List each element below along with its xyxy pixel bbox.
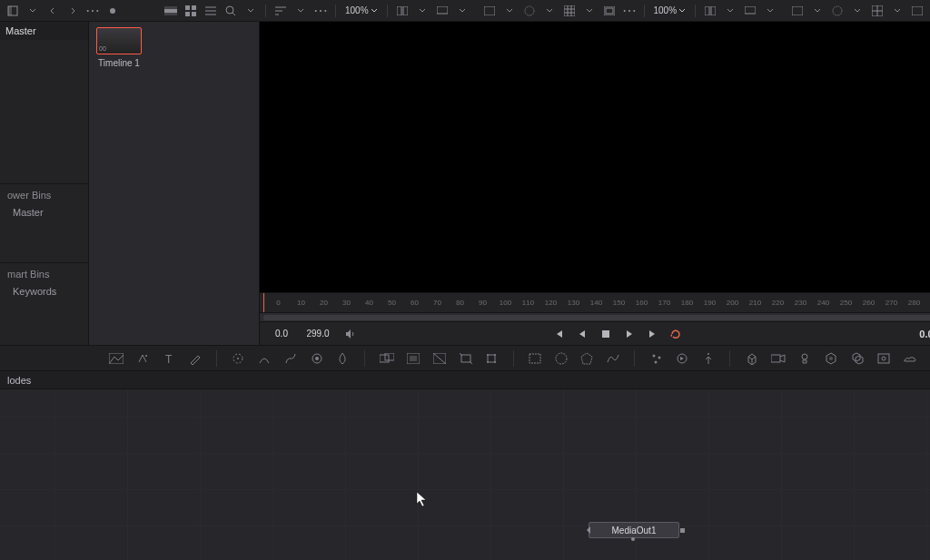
zoom-right[interactable]: 100% [650, 5, 690, 15]
grid-view-icon[interactable] [182, 2, 200, 20]
svg-point-58 [556, 353, 567, 364]
nav-back-icon[interactable] [44, 2, 62, 20]
svg-rect-7 [185, 12, 190, 16]
more-icon[interactable]: ⋯ [620, 2, 638, 20]
list-view-icon[interactable] [202, 2, 220, 20]
split-icon[interactable] [701, 2, 719, 20]
merge3d-tool-icon[interactable] [851, 349, 865, 368]
zoom-left[interactable]: 100% [341, 5, 381, 15]
ellipsis-icon[interactable]: ⋯ [84, 2, 102, 20]
chevron-down-icon[interactable] [808, 2, 826, 20]
overlay-icon[interactable] [788, 2, 806, 20]
playhead-icon[interactable] [263, 293, 264, 312]
paint-tool-icon[interactable] [189, 349, 203, 368]
in-timecode[interactable]: 0.0 [269, 329, 294, 339]
chevron-down-icon[interactable] [721, 2, 739, 20]
camera3d-tool-icon[interactable] [771, 349, 786, 368]
background-tool-icon[interactable] [109, 349, 124, 368]
transform-tool-icon[interactable] [485, 349, 499, 368]
resize-tool-icon[interactable] [459, 349, 472, 368]
fastnoise-tool-icon[interactable] [136, 349, 150, 368]
particles-tool-icon[interactable] [649, 349, 663, 368]
hue-tool-icon[interactable] [310, 349, 323, 368]
ruler-tick: 110 [517, 299, 539, 307]
svg-point-56 [494, 361, 496, 363]
bspline-mask-icon[interactable] [607, 349, 620, 368]
search-icon[interactable] [222, 2, 240, 20]
speaker-icon[interactable] [341, 325, 360, 343]
current-timecode[interactable]: 0.0 [914, 329, 930, 339]
mouse-cursor-icon [416, 491, 429, 507]
fog-tool-icon[interactable] [903, 349, 917, 368]
pemitter-tool-icon[interactable] [702, 349, 716, 368]
sidebar-item-master[interactable]: Master [0, 204, 88, 221]
svg-point-65 [802, 354, 807, 359]
grid-overlay-icon[interactable] [560, 2, 579, 20]
safe-area-icon[interactable] [600, 2, 618, 20]
more-icon[interactable]: ⋯ [312, 2, 330, 20]
media-pool[interactable]: 00 Timeline 1 [89, 22, 260, 345]
sidebar-header-master[interactable]: Master [0, 22, 88, 40]
svg-rect-49 [410, 356, 417, 361]
chevron-down-icon[interactable] [500, 2, 519, 20]
chevron-down-icon[interactable] [453, 2, 471, 20]
blur-tool-icon[interactable] [336, 349, 350, 368]
image3d-tool-icon[interactable] [825, 349, 838, 368]
color-curves-tool-icon[interactable] [284, 349, 298, 368]
scrub-bar[interactable] [260, 312, 930, 321]
svg-rect-57 [529, 354, 540, 363]
ruler-tick: 120 [539, 299, 562, 307]
viewer-canvas[interactable] [260, 22, 930, 292]
chevron-down-icon[interactable] [848, 2, 866, 20]
ellipse-mask-icon[interactable] [554, 349, 568, 368]
wireframe-icon[interactable] [828, 2, 846, 20]
prender-tool-icon[interactable] [676, 349, 689, 368]
sort-icon[interactable] [272, 2, 290, 20]
panel-toggle-icon[interactable] [4, 2, 22, 20]
chevron-down-icon[interactable] [292, 2, 310, 20]
play-icon[interactable] [620, 325, 638, 343]
chevron-down-icon[interactable] [413, 2, 431, 20]
display-icon[interactable] [741, 2, 759, 20]
display-icon[interactable] [433, 2, 451, 20]
render3d-tool-icon[interactable] [876, 349, 890, 368]
step-back-icon[interactable] [573, 325, 591, 343]
overlay-icon[interactable] [480, 2, 499, 20]
rectangle-mask-icon[interactable] [528, 349, 541, 368]
polygon-mask-icon[interactable] [580, 349, 594, 368]
chevron-down-icon[interactable] [24, 2, 42, 20]
light-tool-icon[interactable] [798, 349, 812, 368]
stop-icon[interactable] [597, 325, 615, 343]
out-timecode[interactable]: 299.0 [305, 329, 331, 339]
brightness-tool-icon[interactable] [258, 349, 272, 368]
shape3d-tool-icon[interactable] [745, 349, 758, 368]
text-tool-icon[interactable]: T [163, 349, 176, 368]
go-start-icon[interactable] [549, 325, 568, 343]
go-end-icon[interactable] [644, 325, 662, 343]
nodes-panel-header[interactable]: lodes [0, 371, 930, 389]
channels-tool-icon[interactable] [432, 349, 446, 368]
timeline-ruler[interactable]: 0102030405060708090100110120130140150160… [260, 292, 930, 312]
chevron-down-icon[interactable] [540, 2, 559, 20]
merge-tool-icon[interactable] [380, 349, 394, 368]
sidebar-item-keywords[interactable]: Keywords [0, 283, 88, 300]
node-mediaout1[interactable]: MediaOut1 [589, 522, 679, 538]
split-icon[interactable] [393, 2, 411, 20]
loop-icon[interactable] [668, 325, 686, 343]
mattecontrol-tool-icon[interactable] [407, 349, 420, 368]
chevron-down-icon[interactable] [761, 2, 779, 20]
nodes-canvas[interactable]: MediaOut1 [0, 389, 930, 560]
wireframe-icon[interactable] [520, 2, 539, 20]
svg-point-33 [833, 6, 842, 15]
clip-thumbnail[interactable]: 00 Timeline 1 [96, 27, 142, 68]
record-icon[interactable] [104, 2, 122, 20]
node-output-socket-icon[interactable] [631, 537, 635, 541]
chevron-down-icon[interactable] [242, 2, 260, 20]
chevron-down-icon[interactable] [580, 2, 599, 20]
tracker-tool-icon[interactable] [232, 349, 245, 368]
strip-view-icon[interactable] [162, 2, 180, 20]
grid-overlay-icon[interactable] [868, 2, 886, 20]
chevron-down-icon[interactable] [888, 2, 906, 20]
safe-area-icon[interactable] [908, 2, 926, 20]
nav-fwd-icon[interactable] [64, 2, 82, 20]
